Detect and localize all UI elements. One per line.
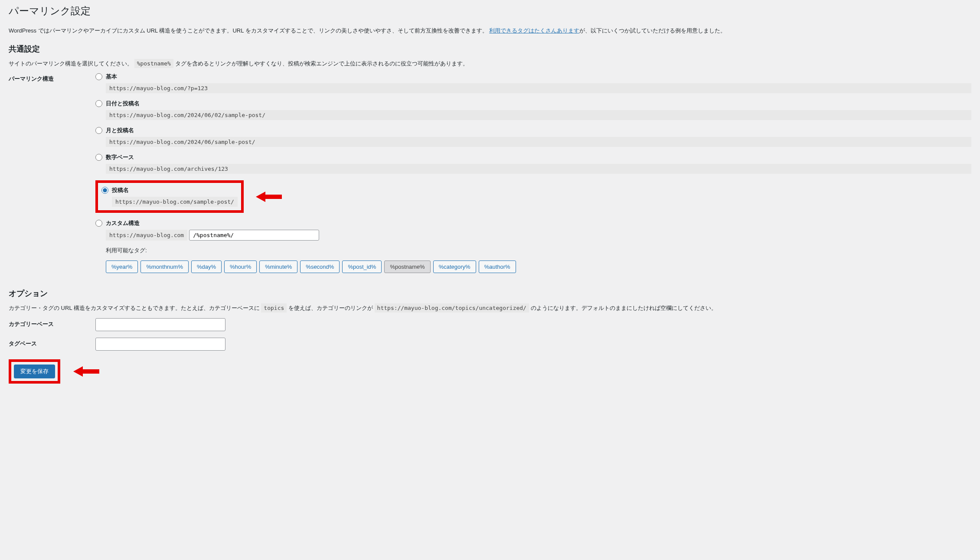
tag-btn-monthnum[interactable]: %monthnum% — [140, 260, 189, 273]
common-desc-1: サイトのパーマリンク構造を選択してください。 — [9, 60, 133, 67]
radio-numeric-label: 数字ベース — [106, 153, 134, 161]
radio-month-name[interactable] — [95, 127, 102, 134]
radio-postname[interactable] — [101, 187, 108, 194]
common-settings-heading: 共通設定 — [9, 44, 971, 54]
tag-btn-category[interactable]: %category% — [433, 260, 476, 273]
svg-marker-0 — [256, 192, 282, 202]
tag-base-input[interactable] — [95, 338, 225, 351]
radio-month-name-label: 月と投稿名 — [106, 127, 134, 134]
intro-text-2: が、以下にいくつか試していただける例を用意しました。 — [579, 27, 726, 34]
permalink-structure-label: パーマリンク構造 — [9, 73, 95, 83]
available-tags-label: 利用可能なタグ: — [106, 247, 971, 254]
tag-btn-post_id[interactable]: %post_id% — [342, 260, 382, 273]
radio-custom-label: カスタム構造 — [106, 219, 140, 227]
radio-basic[interactable] — [95, 73, 102, 80]
option-numeric: 数字ベース https://mayuo-blog.com/archives/12… — [95, 153, 971, 174]
custom-prefix: https://mayuo-blog.com — [106, 230, 187, 241]
tag-btn-postname[interactable]: %postname% — [384, 260, 430, 273]
url-month-name: https://mayuo-blog.com/2024/06/sample-po… — [106, 137, 971, 147]
common-desc-code: %postname% — [134, 59, 173, 68]
tag-btn-hour[interactable]: %hour% — [224, 260, 257, 273]
tag-btn-year[interactable]: %year% — [106, 260, 138, 273]
arrow-left-icon — [73, 365, 99, 378]
options-heading: オプション — [9, 288, 971, 299]
page-title: パーマリンク設定 — [9, 4, 971, 18]
tag-base-label: タグベース — [9, 338, 95, 348]
tag-buttons-container: %year%%monthnum%%day%%hour%%minute%%seco… — [106, 260, 971, 273]
tag-btn-second[interactable]: %second% — [300, 260, 340, 273]
options-desc-1: カテゴリー・タグの URL 構造をカスタマイズすることもできます。たとえば、カテ… — [9, 305, 261, 311]
radio-numeric[interactable] — [95, 154, 102, 161]
radio-date-name-label: 日付と投稿名 — [106, 100, 140, 107]
radio-basic-label: 基本 — [106, 73, 117, 81]
options-desc-3: のようになります。デフォルトのままにしたければ空欄にしてください。 — [531, 305, 717, 311]
option-custom: カスタム構造 https://mayuo-blog.com 利用可能なタグ: %… — [95, 219, 971, 273]
common-desc: サイトのパーマリンク構造を選択してください。 %postname% タグを含める… — [9, 59, 971, 68]
option-basic: 基本 https://mayuo-blog.com/?p=123 — [95, 73, 971, 93]
available-tags-link[interactable]: 利用できるタグはたくさんあります — [489, 27, 579, 34]
tag-btn-day[interactable]: %day% — [191, 260, 222, 273]
url-basic: https://mayuo-blog.com/?p=123 — [106, 83, 971, 93]
url-postname: https://mayuo-blog.com/sample-post/ — [112, 197, 238, 207]
options-desc-code1: topics — [261, 303, 287, 313]
radio-date-name[interactable] — [95, 100, 102, 107]
options-desc-2: を使えば、カテゴリーのリンクが — [288, 305, 375, 311]
options-desc-code2: https://mayuo-blog.com/topics/uncategori… — [375, 303, 529, 313]
options-desc: カテゴリー・タグの URL 構造をカスタマイズすることもできます。たとえば、カテ… — [9, 304, 971, 313]
common-desc-2: タグを含めるとリンクが理解しやすくなり、投稿が検索エンジンで上位に表示されるのに… — [175, 60, 468, 67]
category-base-input[interactable] — [95, 318, 225, 331]
option-date-name: 日付と投稿名 https://mayuo-blog.com/2024/06/02… — [95, 100, 971, 120]
intro-text-1: WordPress ではパーマリンクやアーカイブにカスタム URL 構造を使うこ… — [9, 27, 488, 34]
tag-btn-author[interactable]: %author% — [479, 260, 516, 273]
highlight-save: 変更を保存 — [9, 359, 60, 384]
category-base-label: カテゴリーベース — [9, 318, 95, 328]
url-date-name: https://mayuo-blog.com/2024/06/02/sample… — [106, 110, 971, 120]
radio-custom[interactable] — [95, 220, 102, 227]
svg-marker-1 — [73, 366, 99, 377]
highlight-postname: 投稿名 https://mayuo-blog.com/sample-post/ — [95, 180, 244, 213]
option-month-name: 月と投稿名 https://mayuo-blog.com/2024/06/sam… — [95, 127, 971, 147]
save-button[interactable]: 変更を保存 — [14, 365, 55, 378]
tag-btn-minute[interactable]: %minute% — [259, 260, 297, 273]
arrow-left-icon — [256, 190, 282, 203]
radio-postname-label: 投稿名 — [112, 186, 129, 194]
intro-paragraph: WordPress ではパーマリンクやアーカイブにカスタム URL 構造を使うこ… — [9, 26, 971, 35]
custom-structure-input[interactable] — [189, 230, 319, 241]
url-numeric: https://mayuo-blog.com/archives/123 — [106, 164, 971, 174]
